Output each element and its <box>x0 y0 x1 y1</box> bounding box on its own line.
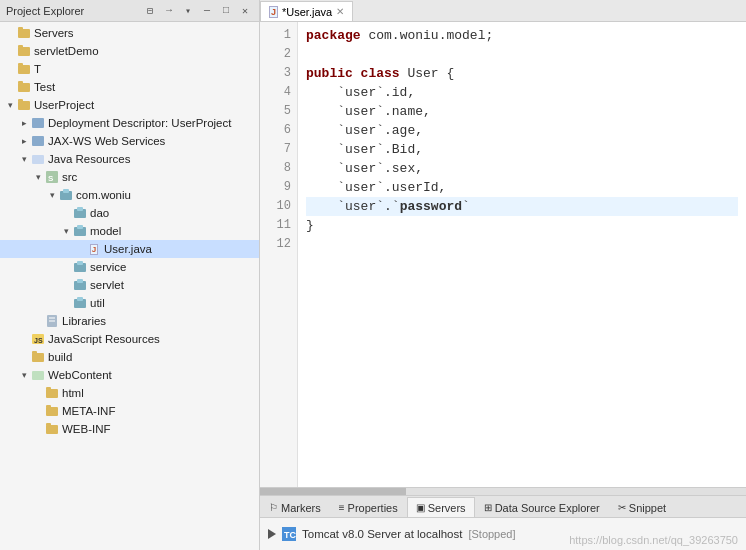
tree-item-userproject[interactable]: ▾UserProject <box>0 96 259 114</box>
line-numbers-gutter: 123456789101112 <box>260 22 298 487</box>
line-number-7: 7 <box>260 140 297 159</box>
svg-rect-33 <box>32 351 37 354</box>
tree-arrow-icon: ▾ <box>46 189 58 201</box>
svg-rect-22 <box>77 261 83 265</box>
tree-item-label: Libraries <box>62 315 106 327</box>
svg-rect-16 <box>63 189 69 193</box>
line-number-2: 2 <box>260 45 297 64</box>
tree-item-servers[interactable]: Servers <box>0 24 259 42</box>
tree-item-dao[interactable]: dao <box>0 204 259 222</box>
tree-item-javascript[interactable]: JSJavaScript Resources <box>0 330 259 348</box>
tree-item-label: servletDemo <box>34 45 99 57</box>
line-number-1: 1 <box>260 26 297 45</box>
tree-item-test[interactable]: Test <box>0 78 259 96</box>
bottom-tab-servers[interactable]: ▣Servers <box>407 497 475 517</box>
code-editor-area[interactable]: 123456789101112 package com.woniu.model;… <box>260 22 746 487</box>
code-line-1: package com.woniu.model; <box>306 26 738 45</box>
tree-item-label: JavaScript Resources <box>48 333 160 345</box>
maximize-icon[interactable]: □ <box>218 3 234 19</box>
project-icon <box>16 97 32 113</box>
expand-server-icon[interactable] <box>268 529 276 539</box>
tree-item-jaxwswebservices[interactable]: ▸JAX-WS Web Services <box>0 132 259 150</box>
tree-arrow-icon: ▾ <box>32 171 44 183</box>
tree-item-util[interactable]: util <box>0 294 259 312</box>
folder-icon <box>44 403 60 419</box>
tree-item-deploydesc[interactable]: ▸Deployment Descriptor: UserProject <box>0 114 259 132</box>
tree-item-userjava[interactable]: JUser.java <box>0 240 259 258</box>
tree-item-servletdemo[interactable]: servletDemo <box>0 42 259 60</box>
code-content[interactable]: package com.woniu.model;public class Use… <box>298 22 746 487</box>
tree-arrow-icon: ▾ <box>4 99 16 111</box>
bottom-tab-markers[interactable]: ⚐Markers <box>260 497 330 517</box>
tree-item-libraries[interactable]: Libraries <box>0 312 259 330</box>
svg-rect-11 <box>32 136 44 146</box>
horizontal-scrollbar[interactable] <box>260 487 746 495</box>
tree-item-com.woniu[interactable]: ▾com.woniu <box>0 186 259 204</box>
tree-arrow-icon <box>74 243 86 255</box>
servers-tab-icon: ▣ <box>416 502 425 513</box>
line-number-10: 10 <box>260 197 297 216</box>
tree-item-html[interactable]: html <box>0 384 259 402</box>
tree-arrow-icon: ▸ <box>18 117 30 129</box>
tab-label: *User.java <box>282 6 332 18</box>
ws-icon <box>30 133 46 149</box>
line-number-8: 8 <box>260 159 297 178</box>
lib-icon <box>44 313 60 329</box>
folder-icon <box>44 385 60 401</box>
tree-arrow-icon <box>60 279 72 291</box>
close-icon[interactable]: ✕ <box>237 3 253 19</box>
code-line-9: `user`.userId, <box>306 178 738 197</box>
tree-item-label: User.java <box>104 243 152 255</box>
tree-item-meta-inf[interactable]: META-INF <box>0 402 259 420</box>
code-line-4: `user`.id, <box>306 83 738 102</box>
project-icon <box>16 43 32 59</box>
package-icon <box>72 259 88 275</box>
svg-rect-1 <box>18 27 23 30</box>
tree-item-label: JAX-WS Web Services <box>48 135 165 147</box>
tree-item-src[interactable]: ▾Ssrc <box>0 168 259 186</box>
line-number-3: 3 <box>260 64 297 83</box>
link-with-editor-icon[interactable]: → <box>161 3 177 19</box>
line-number-4: 4 <box>260 83 297 102</box>
svg-text:JS: JS <box>34 337 43 344</box>
tree-arrow-icon <box>32 387 44 399</box>
tree-item-t[interactable]: T <box>0 60 259 78</box>
bottom-tab-properties[interactable]: ≡Properties <box>330 497 407 517</box>
code-line-6: `user`.age, <box>306 121 738 140</box>
minimize-icon[interactable]: — <box>199 3 215 19</box>
svg-rect-8 <box>18 101 30 110</box>
scrollbar-thumb[interactable] <box>260 488 406 495</box>
webcontent-icon <box>30 367 46 383</box>
tree-arrow-icon <box>32 405 44 417</box>
tree-item-javaresources[interactable]: ▾Java Resources <box>0 150 259 168</box>
tree-item-servlet[interactable]: servlet <box>0 276 259 294</box>
tree-item-build[interactable]: build <box>0 348 259 366</box>
tree-item-service[interactable]: service <box>0 258 259 276</box>
tree-arrow-icon <box>4 81 16 93</box>
bottom-tab-datasource[interactable]: ⊞Data Source Explorer <box>475 497 609 517</box>
snippets-tab-icon: ✂ <box>618 502 626 513</box>
package-icon <box>72 295 88 311</box>
tree-item-model[interactable]: ▾model <box>0 222 259 240</box>
tree-item-label: Deployment Descriptor: UserProject <box>48 117 231 129</box>
code-line-2 <box>306 45 738 64</box>
tree-arrow-icon: ▾ <box>60 225 72 237</box>
view-menu-icon[interactable]: ▾ <box>180 3 196 19</box>
collapse-all-icon[interactable]: ⊟ <box>142 3 158 19</box>
line-number-5: 5 <box>260 102 297 121</box>
svg-rect-35 <box>46 389 58 398</box>
tree-item-label: build <box>48 351 72 363</box>
svg-rect-4 <box>18 65 30 74</box>
tree-item-label: src <box>62 171 77 183</box>
tab-user-java[interactable]: J *User.java ✕ <box>260 1 353 21</box>
tree-item-label: dao <box>90 207 109 219</box>
tab-close-icon[interactable]: ✕ <box>336 6 344 17</box>
bottom-tab-snippets[interactable]: ✂Snippet <box>609 497 675 517</box>
watermark: https://blog.csdn.net/qq_39263750 <box>569 534 738 546</box>
code-line-3: public class User { <box>306 64 738 83</box>
tree-item-webcontent[interactable]: ▾WebContent <box>0 366 259 384</box>
tomcat-server-icon: TC <box>282 527 296 541</box>
svg-rect-26 <box>77 297 83 301</box>
tree-item-web-inf[interactable]: WEB-INF <box>0 420 259 438</box>
svg-rect-7 <box>18 81 23 84</box>
